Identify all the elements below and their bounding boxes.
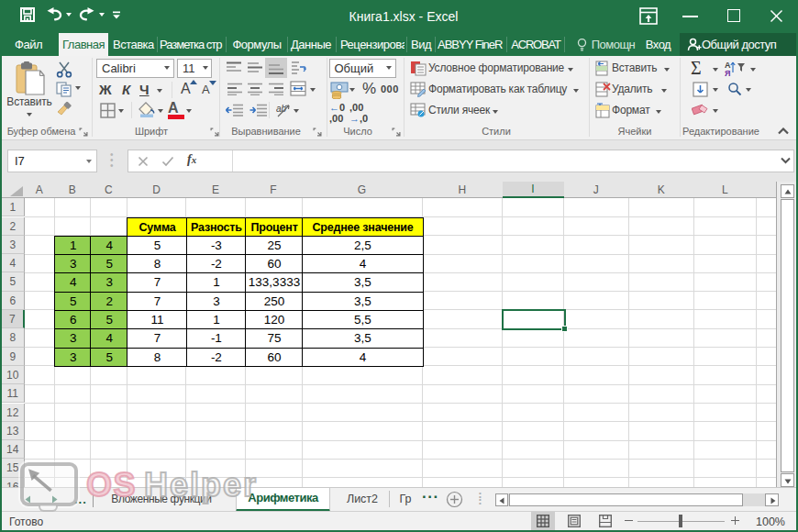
svg-text:Я: Я <box>725 69 730 77</box>
